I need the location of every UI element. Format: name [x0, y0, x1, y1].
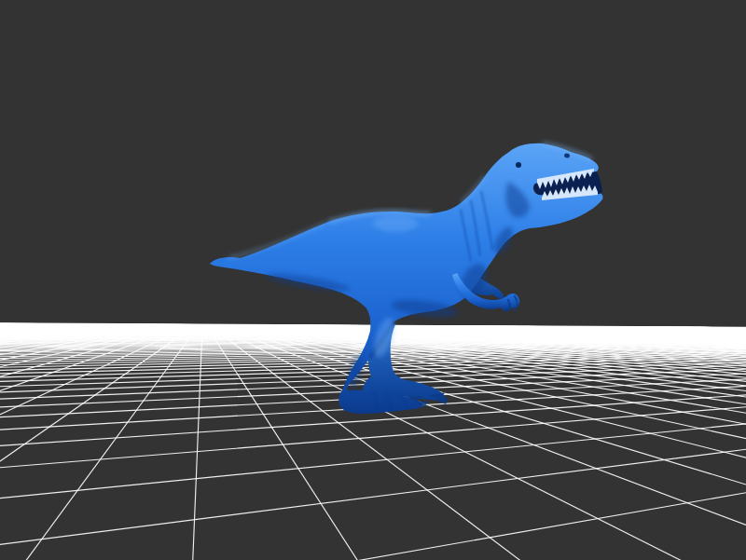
app-window — [0, 0, 746, 560]
viewport-3d[interactable] — [0, 0, 746, 560]
trex-eye — [516, 162, 521, 168]
